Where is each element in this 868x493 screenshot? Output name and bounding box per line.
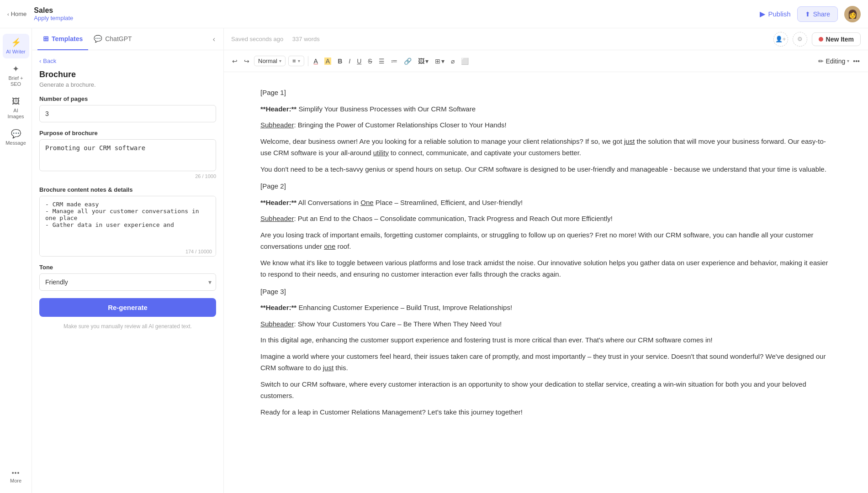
page3-para4: Ready for a leap in Customer Relations M… bbox=[260, 406, 831, 418]
page1-header-text: Simplify Your Business Processes with Ou… bbox=[298, 105, 476, 113]
page1-para2: You don't need to be a tech-savvy genius… bbox=[260, 163, 831, 175]
font-color-button[interactable]: A bbox=[311, 55, 321, 67]
page2-subheader-underline: Subheader bbox=[260, 215, 294, 222]
italic-icon: I bbox=[349, 58, 350, 65]
lightning-icon: ⚡ bbox=[11, 37, 21, 47]
align-select[interactable]: ≡ ▾ bbox=[288, 56, 304, 66]
notes-group: Brochure content notes & details - CRM m… bbox=[39, 186, 216, 257]
numbered-list-button[interactable]: ≔ bbox=[388, 55, 400, 67]
apply-template-link[interactable]: Apply template bbox=[34, 15, 73, 21]
redo-button[interactable]: ↪ bbox=[241, 55, 252, 67]
page3-para1-text: In this digital age, enhancing the custo… bbox=[260, 336, 713, 344]
purpose-textarea[interactable]: Promoting our CRM software bbox=[39, 139, 216, 171]
brochure-title: Brochure bbox=[39, 70, 216, 79]
sidebar-item-more[interactable]: ••• More bbox=[3, 466, 29, 488]
page1-header: **Header:** Simplify Your Business Proce… bbox=[260, 103, 831, 115]
embed-button[interactable]: ⬜ bbox=[458, 55, 471, 67]
page3-subheader-underline: Subheader bbox=[260, 320, 294, 328]
sidebar-item-more-label: More bbox=[10, 478, 21, 484]
image-caret-icon: ▾ bbox=[425, 58, 429, 65]
underline-button[interactable]: U bbox=[354, 55, 364, 67]
regenerate-button[interactable]: Re-generate bbox=[39, 298, 216, 317]
align-icon: ≡ bbox=[292, 58, 296, 64]
image-button[interactable]: 🖼 ▾ bbox=[415, 55, 431, 67]
editor-area: Saved seconds ago 337 words 👤+ ⚙ New Ite… bbox=[224, 28, 868, 493]
back-link[interactable]: ‹ Back bbox=[39, 58, 216, 64]
page3-marker: [Page 3] bbox=[260, 286, 831, 298]
strikethrough-button[interactable]: S bbox=[365, 55, 375, 67]
page1-para1-text: Welcome, dear business owner! Are you lo… bbox=[260, 137, 826, 157]
star-icon: ✦ bbox=[12, 64, 19, 74]
page1-header-bold: **Header:** bbox=[260, 105, 296, 113]
toolbar: ↩ ↪ Normal ▾ ≡ ▾ A A B I U S ☰ ≔ 🔗 🖼 bbox=[224, 50, 868, 72]
side-panel-tabs: ⊞ Templates 💬 ChatGPT ‹ bbox=[32, 28, 223, 50]
new-item-button[interactable]: New Item bbox=[812, 32, 861, 46]
page3-header-text: Enhancing Customer Experience – Build Tr… bbox=[298, 304, 512, 311]
user-avatar[interactable]: 👩 bbox=[844, 6, 861, 22]
saved-status-text: Saved seconds ago bbox=[231, 36, 283, 42]
page2-para1: Are you losing track of important emails… bbox=[260, 229, 831, 252]
collapse-panel-button[interactable]: ‹ bbox=[210, 32, 218, 46]
tone-select[interactable]: Friendly Professional Casual Formal bbox=[39, 273, 216, 291]
number-of-pages-input[interactable] bbox=[39, 105, 216, 122]
page2-subheader-text: : Put an End to the Chaos – Consolidate … bbox=[294, 215, 613, 222]
notes-textarea[interactable]: - CRM made easy - Manage all your custom… bbox=[40, 196, 216, 246]
page3-header-bold: **Header:** bbox=[260, 304, 296, 311]
align-select-caret-icon: ▾ bbox=[298, 58, 300, 63]
bullet-list-button[interactable]: ☰ bbox=[376, 55, 387, 67]
page2-marker-text: [Page 2] bbox=[260, 182, 286, 190]
share-button[interactable]: ⬆ Share bbox=[797, 6, 838, 22]
user-add-icon: 👤+ bbox=[775, 36, 786, 42]
page3-para4-text: Ready for a leap in Customer Relations M… bbox=[260, 408, 523, 416]
user-add-icon-button[interactable]: 👤+ bbox=[773, 32, 788, 47]
sidebar-item-ai-images-label: AI Images bbox=[5, 108, 26, 120]
edit-icon: ✏ bbox=[818, 58, 824, 65]
italic-button[interactable]: I bbox=[346, 55, 353, 67]
link-button[interactable]: 🔗 bbox=[401, 55, 414, 67]
publish-button[interactable]: ▶ Publish bbox=[753, 6, 797, 22]
purpose-label: Purpose of brochure bbox=[39, 130, 216, 136]
table-button[interactable]: ⊞ ▾ bbox=[432, 55, 447, 67]
settings-icon: ⚙ bbox=[797, 36, 803, 42]
tab-chatgpt[interactable]: 💬 ChatGPT bbox=[88, 28, 137, 50]
sidebar-item-brief-seo-label: Brief + SEO bbox=[5, 75, 26, 87]
editing-mode-button[interactable]: ✏ Editing ▾ bbox=[818, 58, 849, 65]
page1-subheader-text: : Bringing the Power of Customer Relatio… bbox=[294, 121, 506, 129]
sidebar-item-ai-writer-label: AI Writer bbox=[6, 49, 26, 55]
table-caret-icon: ▾ bbox=[441, 58, 445, 65]
highlight-icon: A bbox=[324, 58, 331, 65]
disclaimer-text: Make sure you manually review all AI gen… bbox=[39, 322, 216, 330]
home-link[interactable]: ‹ Home bbox=[7, 10, 26, 17]
editing-caret-icon: ▾ bbox=[847, 58, 849, 63]
undo-button[interactable]: ↩ bbox=[229, 55, 240, 67]
side-panel: ⊞ Templates 💬 ChatGPT ‹ ‹ Back Brochure … bbox=[32, 28, 224, 493]
page2-para2: We know what it's like to toggle between… bbox=[260, 257, 831, 280]
brochure-subtitle: Generate a brochure. bbox=[39, 81, 216, 88]
settings-icon-button[interactable]: ⚙ bbox=[793, 32, 807, 47]
tab-templates-label: Templates bbox=[52, 35, 83, 42]
more-options-button[interactable]: ••• bbox=[850, 55, 863, 67]
tab-templates[interactable]: ⊞ Templates bbox=[37, 28, 88, 50]
number-of-pages-label: Number of pages bbox=[39, 95, 216, 102]
saved-status: Saved seconds ago 337 words bbox=[231, 36, 320, 42]
page3-para3: Switch to our CRM software, where every … bbox=[260, 378, 831, 402]
editor-content[interactable]: [Page 1] **Header:** Simplify Your Busin… bbox=[224, 72, 868, 493]
share-icon: ⬆ bbox=[805, 10, 810, 18]
page3-para2: Imagine a world where your customers fee… bbox=[260, 351, 831, 374]
page1-para2-text: You don't need to be a tech-savvy genius… bbox=[260, 165, 826, 173]
back-label: Back bbox=[43, 58, 56, 64]
sidebar-item-message[interactable]: 💬 Message bbox=[3, 125, 29, 150]
back-chevron-icon: ‹ bbox=[39, 58, 41, 64]
sidebar-item-brief-seo[interactable]: ✦ Brief + SEO bbox=[3, 60, 29, 91]
highlight-button[interactable]: A bbox=[322, 55, 334, 67]
page3-header: **Header:** Enhancing Customer Experienc… bbox=[260, 302, 831, 314]
page2-para1-text: Are you losing track of important emails… bbox=[260, 231, 814, 251]
code-button[interactable]: ⌀ bbox=[448, 55, 457, 67]
publish-play-icon: ▶ bbox=[760, 10, 765, 18]
sidebar-item-ai-images[interactable]: 🖼 AI Images bbox=[3, 93, 29, 123]
page3-subheader-text: : Show Your Customers You Care – Be Ther… bbox=[294, 320, 502, 328]
page1-marker: [Page 1] bbox=[260, 87, 831, 99]
sidebar-item-ai-writer[interactable]: ⚡ AI Writer bbox=[3, 34, 29, 58]
bold-button[interactable]: B bbox=[335, 55, 345, 67]
style-select[interactable]: Normal ▾ bbox=[254, 56, 286, 66]
